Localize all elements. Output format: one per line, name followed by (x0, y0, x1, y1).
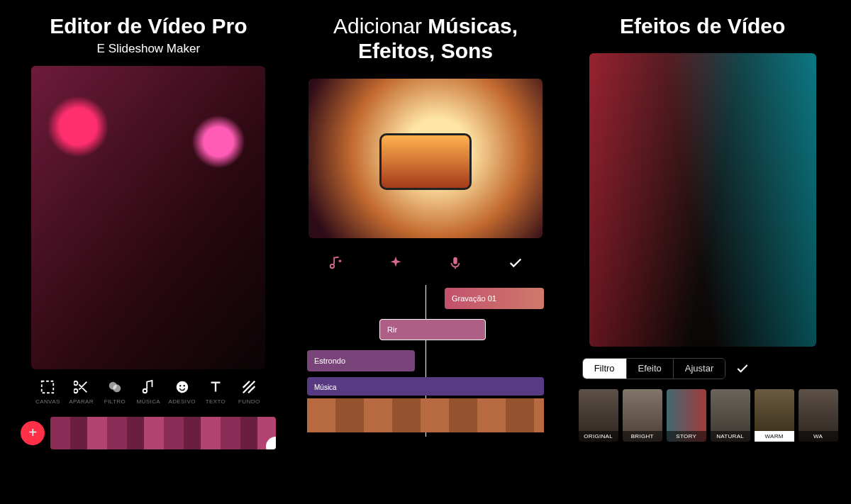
canvas-icon (40, 379, 55, 395)
track-laugh[interactable]: Rir (379, 319, 486, 340)
panel1-title: Editor de Vídeo Pro (50, 14, 247, 39)
timeline-strip[interactable]: + (21, 415, 276, 452)
timeline-thumbnails[interactable] (50, 417, 276, 449)
track-recording[interactable]: Gravação 01 (445, 288, 544, 309)
music-add-icon (328, 255, 343, 271)
track-boom[interactable]: Estrondo (307, 350, 415, 371)
sticker-smile-icon (174, 379, 190, 395)
preset-label: WA (799, 431, 838, 442)
tool-label: FILTRO (104, 398, 126, 405)
panel2-title: Adicionar Músicas, Efeitos, Sons (297, 14, 555, 63)
check-icon[interactable] (735, 362, 750, 376)
preset-label: STORY (667, 431, 706, 442)
tool-filter[interactable]: FILTRO (99, 379, 131, 405)
add-clip-button[interactable]: + (21, 421, 45, 445)
preset-bright[interactable]: BRIGHT (623, 389, 662, 442)
preset-label: BRIGHT (623, 431, 662, 442)
preview-image (31, 66, 265, 369)
video-track-thumbs[interactable] (307, 398, 544, 432)
confirm-button[interactable] (506, 254, 525, 272)
tool-text[interactable]: TEXTO (199, 379, 232, 405)
tool-label: APARAR (69, 398, 94, 405)
title-light: Adicionar (333, 14, 428, 38)
filter-icon (107, 379, 123, 395)
segmented-control: Filtro Efeito Ajustar (582, 358, 726, 379)
preview-image (589, 53, 816, 347)
preset-original[interactable]: ORIGINAL (579, 389, 618, 442)
panel-editor: Editor de Vídeo Pro E Slideshow Maker CA… (20, 14, 277, 497)
check-icon (508, 255, 523, 271)
preset-strip[interactable]: ORIGINAL BRIGHT STORY NATURAL WARM WA (579, 389, 827, 442)
background-icon (241, 379, 257, 395)
svg-point-4 (179, 384, 181, 386)
panel1-subtitle: E Slideshow Maker (97, 42, 201, 56)
phone-overlay (379, 133, 472, 190)
preset-story[interactable]: STORY (667, 389, 706, 442)
panel3-title: Efeitos de Vídeo (620, 14, 785, 39)
segmented-control-row: Filtro Efeito Ajustar (582, 358, 823, 379)
tool-label: MÚSICA (137, 398, 161, 405)
sparkle-icon (388, 255, 404, 271)
music-note-icon (140, 379, 156, 395)
svg-point-5 (183, 384, 184, 386)
tool-label: TEXTO (206, 398, 226, 405)
effects-button[interactable] (386, 254, 405, 272)
svg-point-3 (176, 381, 188, 393)
audio-tracks[interactable]: Gravação 01 Rir Estrondo Música (301, 288, 550, 437)
segment-efeito[interactable]: Efeito (626, 359, 673, 379)
svg-rect-0 (42, 381, 54, 393)
preset-natural[interactable]: NATURAL (711, 389, 750, 442)
tool-label: FUNDO (238, 398, 260, 405)
preset-warm[interactable]: WARM (755, 389, 794, 442)
add-music-button[interactable] (326, 254, 345, 272)
tool-trim[interactable]: APARAR (65, 379, 98, 405)
svg-point-2 (113, 384, 121, 392)
record-button[interactable] (446, 254, 465, 272)
text-icon (208, 379, 223, 395)
tool-music[interactable]: MÚSICA (132, 379, 165, 405)
preset-label: ORIGINAL (579, 431, 618, 442)
track-music[interactable]: Música (307, 377, 544, 396)
tool-sticker[interactable]: ADESIVO (166, 379, 199, 405)
tool-label: CANVAS (35, 398, 60, 405)
editor-toolbar: CANVAS APARAR FILTRO MÚSICA ADESIVO TEXT… (31, 379, 265, 405)
segment-filtro[interactable]: Filtro (583, 359, 626, 379)
segment-ajustar[interactable]: Ajustar (673, 359, 725, 379)
panel-audio: Adicionar Músicas, Efeitos, Sons Gravaçã… (297, 14, 555, 497)
preset-label: WARM (755, 431, 794, 442)
tool-canvas[interactable]: CANVAS (31, 379, 64, 405)
panel-effects: Efeitos de Vídeo Filtro Efeito Ajustar O… (574, 14, 831, 497)
audio-icon-row (326, 254, 525, 272)
preset-label: NATURAL (711, 431, 750, 442)
mic-icon (447, 255, 463, 271)
tool-background[interactable]: FUNDO (233, 379, 265, 405)
preset-extra[interactable]: WA (799, 389, 838, 442)
preview-image (308, 79, 543, 238)
tool-label: ADESIVO (168, 398, 195, 405)
svg-rect-6 (454, 257, 458, 264)
scissors-icon (74, 379, 89, 395)
